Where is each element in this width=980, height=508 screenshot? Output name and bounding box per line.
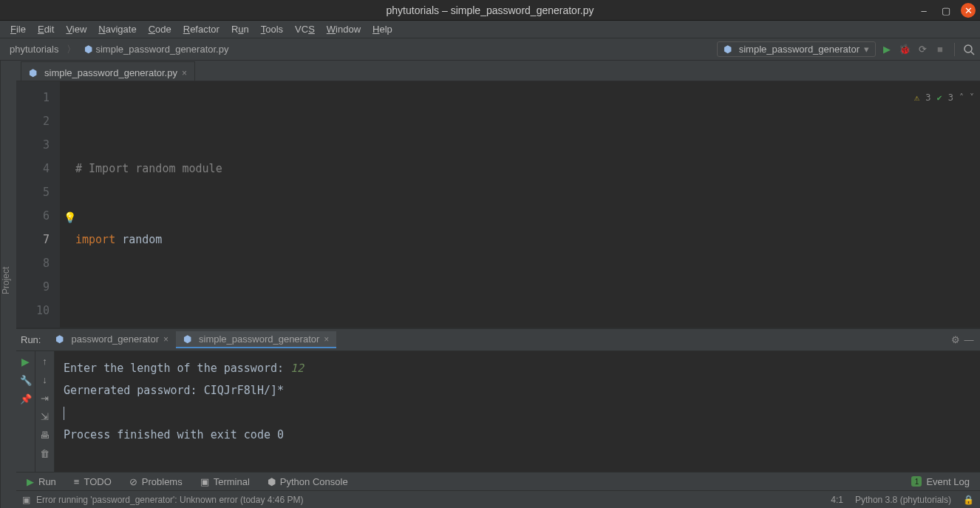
menu-view[interactable]: View [60, 22, 92, 36]
breadcrumb-file[interactable]: ⬢simple_password_generator.py [79, 42, 234, 56]
pin-button[interactable]: 📌 [20, 393, 32, 404]
print-button[interactable]: 🖶 [40, 430, 50, 441]
list-icon: ≡ [74, 476, 80, 487]
run-tab-button[interactable]: ▶Run [19, 475, 64, 489]
chevron-up-icon[interactable]: ˄ [959, 86, 964, 109]
gutter: 12345678910 [16, 81, 61, 328]
run-tool-window: Run: ⬢ password_generator × ⬢ simple_pas… [16, 328, 980, 472]
chevron-down-icon[interactable]: ˅ [970, 86, 974, 109]
python-icon: ⬢ [183, 333, 191, 345]
menu-edit[interactable]: Edit [32, 22, 60, 36]
gear-icon[interactable]: ⚙ [949, 334, 962, 345]
chevron-down-icon: ▾ [864, 44, 869, 55]
terminal-tab-button[interactable]: ▣Terminal [193, 475, 257, 489]
svg-point-0 [964, 45, 972, 53]
left-tool-stripe: Project Structure Favorites [0, 61, 16, 508]
menu-tools[interactable]: Tools [255, 22, 289, 36]
run-icon: ▶ [27, 476, 34, 487]
python-interpreter[interactable]: Python 3.8 (phytutorials) [855, 495, 951, 505]
title-bar: phytutorials – simple_password_generator… [0, 0, 980, 21]
inspection-widget[interactable]: ⚠3 ✔3 ˄ ˅ [914, 86, 974, 109]
menu-file[interactable]: File [4, 22, 32, 36]
python-console-tab-button[interactable]: ⬢Python Console [260, 475, 355, 489]
code-line: # Import random module [75, 162, 222, 175]
intention-bulb-icon[interactable]: 💡 [64, 206, 76, 229]
project-tool-button[interactable]: Project [1, 267, 11, 294]
python-icon: ⬢ [724, 44, 732, 55]
search-everywhere-button[interactable] [962, 43, 976, 56]
event-log-button[interactable]: 1 Event Log [911, 476, 977, 487]
problems-tab-button[interactable]: ⊘Problems [122, 475, 190, 489]
checkmark-icon: ✔ [937, 86, 942, 109]
menu-help[interactable]: Help [367, 22, 398, 36]
maximize-button[interactable]: ▢ [939, 3, 953, 18]
caret-position[interactable]: 4:1 [831, 495, 843, 505]
lock-icon[interactable]: 🔒 [963, 495, 974, 505]
code-editor[interactable]: 12345678910 💡 # Import random module imp… [16, 81, 980, 328]
scroll-end-button[interactable]: ⇲ [41, 411, 49, 422]
python-file-icon: ⬢ [84, 44, 92, 55]
close-icon[interactable]: × [324, 334, 329, 345]
hide-button[interactable]: — [962, 334, 976, 345]
up-button[interactable]: ↑ [42, 356, 47, 367]
status-bar: ▣ Error running 'password_generator': Un… [16, 490, 980, 508]
editor-tab-label: simple_password_generator.py [44, 67, 177, 78]
window-title: phytutorials – simple_password_generator… [387, 4, 594, 16]
menu-run[interactable]: Run [225, 22, 255, 36]
edit-config-button[interactable]: 🔧 [20, 375, 32, 386]
menu-navigate[interactable]: Navigate [92, 22, 142, 36]
minimize-button[interactable]: – [916, 3, 931, 18]
menu-refactor[interactable]: Refactor [177, 22, 225, 36]
svg-line-1 [971, 52, 974, 55]
close-icon[interactable]: × [182, 68, 187, 78]
run-config-selector[interactable]: ⬢ simple_password_generator ▾ [717, 41, 876, 57]
warning-icon: ⚠ [914, 86, 919, 109]
clear-button[interactable]: 🗑 [40, 448, 50, 459]
stop-button: ■ [933, 43, 947, 56]
problems-icon: ⊘ [129, 476, 137, 487]
menu-bar: File Edit View Navigate Code Refactor Ru… [0, 21, 980, 38]
todo-tab-button[interactable]: ≡TODO [67, 475, 119, 489]
run-button[interactable]: ▶ [880, 43, 894, 56]
menu-window[interactable]: Window [321, 22, 367, 36]
python-file-icon: ⬢ [29, 67, 37, 78]
python-icon: ⬢ [55, 333, 64, 345]
rerun-button[interactable]: ▶ [21, 356, 30, 368]
debug-button[interactable]: 🐞 [898, 43, 911, 56]
menu-code[interactable]: Code [143, 22, 177, 36]
run-toolbar-left2: ↑ ↓ ⇥ ⇲ 🖶 🗑 [35, 351, 55, 472]
softwrap-button[interactable]: ⇥ [41, 393, 49, 404]
status-message: Error running 'password_generator': Unkn… [36, 495, 303, 505]
run-toolbar-left: ▶ 🔧 📌 [16, 351, 35, 472]
python-icon: ⬢ [268, 476, 276, 487]
run-tab-1[interactable]: ⬢ password_generator × [48, 331, 176, 348]
bottom-tool-stripe: ▶Run ≡TODO ⊘Problems ▣Terminal ⬢Python C… [16, 472, 980, 490]
run-console[interactable]: Enter the length of the password: 12 Ger… [55, 351, 980, 472]
event-count-badge: 1 [911, 476, 922, 487]
run-coverage-button[interactable]: ⟳ [916, 43, 929, 56]
caret [64, 407, 64, 420]
menu-vcs[interactable]: VCS [289, 22, 321, 36]
run-tab-2[interactable]: ⬢ simple_password_generator × [176, 331, 336, 348]
breadcrumb: phytutorials 〉 ⬢simple_password_generato… [4, 42, 714, 56]
close-button[interactable]: ✕ [961, 3, 976, 18]
terminal-icon: ▣ [200, 476, 209, 487]
navigation-bar: phytutorials 〉 ⬢simple_password_generato… [0, 38, 980, 61]
chevron-right-icon: 〉 [67, 43, 76, 56]
tool-window-toggle-icon[interactable]: ▣ [22, 495, 30, 505]
run-config-name: simple_password_generator [739, 44, 860, 55]
close-icon[interactable]: × [163, 334, 169, 345]
down-button[interactable]: ↓ [42, 374, 47, 385]
run-panel-label: Run: [21, 334, 41, 345]
editor-tabs: ⬢ simple_password_generator.py × [16, 61, 980, 81]
editor-tab[interactable]: ⬢ simple_password_generator.py × [21, 61, 195, 81]
breadcrumb-project[interactable]: phytutorials [4, 42, 64, 56]
